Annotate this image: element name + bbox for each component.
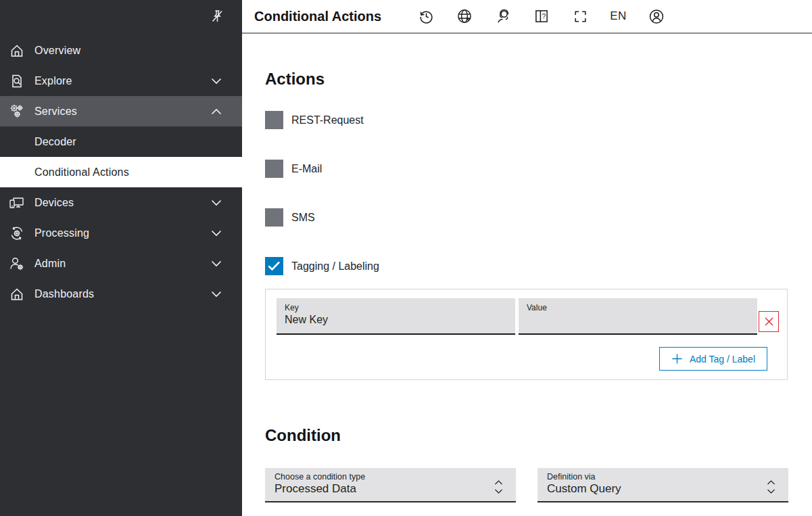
checkbox-label: E-Mail xyxy=(291,163,322,175)
select-texts: Choose a condition type Processed Data xyxy=(274,472,494,501)
value-input[interactable] xyxy=(527,312,749,326)
tag-panel-footer: Add Tag / Label xyxy=(277,347,779,371)
email-checkbox[interactable] xyxy=(265,160,283,178)
tagging-labeling-checkbox[interactable] xyxy=(265,257,283,275)
chevron-up-down-icon xyxy=(766,472,779,501)
sidebar-item-devices[interactable]: Devices xyxy=(0,187,242,218)
checkbox-label: Tagging / Labeling xyxy=(291,260,379,273)
svg-text:?: ? xyxy=(542,13,546,20)
processing-icon xyxy=(8,225,26,242)
sidebar-item-label: Decoder xyxy=(34,136,222,148)
web-icon[interactable] xyxy=(456,7,473,25)
condition-selects: Choose a condition type Processed Data D… xyxy=(265,468,788,502)
explore-icon xyxy=(8,72,26,90)
chevron-up-icon xyxy=(211,108,222,115)
sidebar-item-label: Overview xyxy=(34,45,222,57)
value-field-label: Value xyxy=(527,303,749,312)
tag-label-panel: Key Value Add Tag / Label xyxy=(265,289,788,380)
language-selector[interactable]: EN xyxy=(610,9,627,23)
sidebar-item-decoder[interactable]: Decoder xyxy=(0,126,242,157)
add-tag-label-button[interactable]: Add Tag / Label xyxy=(659,347,767,371)
add-tag-label-text: Add Tag / Label xyxy=(690,354,755,365)
page-title: Conditional Actions xyxy=(254,9,381,24)
sidebar-item-label: Processing xyxy=(34,227,211,239)
app-window: Overview Explore xyxy=(0,0,812,516)
rest-request-checkbox[interactable] xyxy=(265,111,283,129)
chevron-down-icon xyxy=(211,230,222,237)
sidebar-item-label: Admin xyxy=(34,258,211,270)
sidebar-item-label: Devices xyxy=(34,197,211,209)
chevron-down-icon xyxy=(211,260,222,267)
select-texts: Definition via Custom Query xyxy=(547,472,766,501)
tag-fields-row: Key Value xyxy=(277,298,779,335)
devices-icon xyxy=(8,194,26,212)
sidebar-item-explore[interactable]: Explore xyxy=(0,66,242,96)
plus-icon xyxy=(671,353,683,365)
checkbox-row-rest-request[interactable]: REST-Request xyxy=(265,111,788,129)
definition-via-select[interactable]: Definition via Custom Query xyxy=(538,468,788,502)
chevron-down-icon xyxy=(211,291,222,298)
sidebar-item-dashboards[interactable]: Dashboards xyxy=(0,279,242,309)
definition-via-label: Definition via xyxy=(547,472,766,482)
checkmark-icon xyxy=(268,261,281,271)
pin-off-icon[interactable] xyxy=(207,6,227,26)
condition-type-select[interactable]: Choose a condition type Processed Data xyxy=(265,468,516,502)
condition-section: Condition Choose a condition type Proces… xyxy=(265,426,788,502)
checkbox-row-tagging-labeling[interactable]: Tagging / Labeling xyxy=(265,257,788,275)
sidebar-item-label: Conditional Actions xyxy=(34,166,222,179)
actions-checkbox-list: REST-Request E-Mail SMS Tagging / Labeli… xyxy=(265,111,788,275)
history-icon[interactable] xyxy=(417,7,435,25)
chevron-down-icon xyxy=(211,200,222,206)
remove-tag-button[interactable] xyxy=(759,311,779,332)
checkbox-label: REST-Request xyxy=(291,114,364,126)
content: Actions REST-Request E-Mail SMS xyxy=(242,34,812,516)
services-icon xyxy=(8,103,26,120)
header-icons: ? EN xyxy=(417,7,665,25)
header: Conditional Actions xyxy=(242,0,812,34)
sidebar-item-admin[interactable]: Admin xyxy=(0,248,242,279)
sms-checkbox[interactable] xyxy=(265,208,283,227)
main-area: Conditional Actions xyxy=(242,0,812,516)
sidebar-item-conditional-actions[interactable]: Conditional Actions xyxy=(0,157,242,187)
fullscreen-icon[interactable] xyxy=(571,7,589,25)
key-input[interactable] xyxy=(285,312,507,326)
actions-heading: Actions xyxy=(265,70,788,89)
key-field[interactable]: Key xyxy=(277,298,515,335)
dashboards-icon xyxy=(8,285,26,303)
account-icon[interactable] xyxy=(648,7,665,25)
home-icon xyxy=(8,42,26,60)
sidebar-item-label: Services xyxy=(34,105,211,118)
checkbox-row-sms[interactable]: SMS xyxy=(265,208,788,227)
sidebar-item-overview[interactable]: Overview xyxy=(0,35,242,66)
condition-heading: Condition xyxy=(265,426,788,445)
checkbox-label: SMS xyxy=(291,212,315,224)
support-icon[interactable] xyxy=(494,7,512,25)
sidebar-item-label: Explore xyxy=(34,75,211,87)
sidebar-item-label: Dashboards xyxy=(34,288,211,300)
sidebar-nav: Overview Explore xyxy=(0,35,242,309)
x-icon xyxy=(764,316,774,327)
help-icon[interactable]: ? xyxy=(533,7,550,25)
sidebar: Overview Explore xyxy=(0,0,242,516)
key-field-label: Key xyxy=(285,303,507,312)
checkbox-row-email[interactable]: E-Mail xyxy=(265,160,788,178)
value-field[interactable]: Value xyxy=(519,298,757,335)
sidebar-item-processing[interactable]: Processing xyxy=(0,218,242,248)
admin-icon xyxy=(8,255,26,273)
definition-via-value: Custom Query xyxy=(547,482,766,496)
sidebar-item-services[interactable]: Services xyxy=(0,96,242,126)
condition-type-value: Processed Data xyxy=(274,482,494,496)
chevron-down-icon xyxy=(211,78,222,85)
chevron-up-down-icon xyxy=(494,472,506,501)
condition-type-label: Choose a condition type xyxy=(274,472,494,482)
